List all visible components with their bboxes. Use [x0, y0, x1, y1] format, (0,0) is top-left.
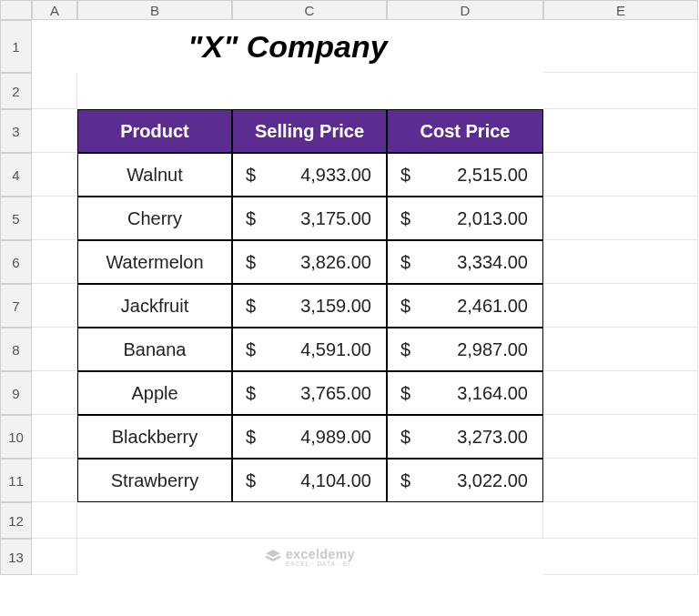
- row-head-6[interactable]: 6: [0, 240, 32, 284]
- row-head-9[interactable]: 9: [0, 371, 32, 415]
- header-selling[interactable]: Selling Price: [232, 109, 387, 153]
- cell-e5[interactable]: [543, 197, 698, 240]
- cell-e4[interactable]: [543, 153, 698, 197]
- cell-a11[interactable]: [32, 459, 77, 502]
- row-head-1[interactable]: 1: [0, 20, 32, 73]
- currency-symbol: $: [400, 296, 410, 317]
- cell-selling-1[interactable]: $3,175.00: [232, 197, 387, 240]
- cell-e9[interactable]: [543, 371, 698, 415]
- value: 2,461.00: [457, 296, 528, 317]
- cell-e3[interactable]: [543, 109, 698, 153]
- cell-a2[interactable]: [32, 73, 77, 109]
- cell-e11[interactable]: [543, 459, 698, 502]
- currency-symbol: $: [246, 296, 256, 317]
- cell-e13[interactable]: [543, 539, 698, 575]
- cell-a8[interactable]: [32, 328, 77, 371]
- currency-symbol: $: [246, 339, 256, 360]
- value: 3,826.00: [300, 252, 371, 273]
- cell-cost-4[interactable]: $2,987.00: [387, 328, 543, 371]
- currency-symbol: $: [246, 208, 256, 229]
- cell-cost-0[interactable]: $2,515.00: [387, 153, 543, 197]
- cell-a9[interactable]: [32, 371, 77, 415]
- watermark-name: exceldemy: [286, 547, 355, 561]
- page-title: "X" Company: [32, 20, 543, 73]
- currency-symbol: $: [400, 208, 410, 229]
- cell-b2[interactable]: [77, 73, 543, 109]
- cell-product-3[interactable]: Jackfruit: [77, 284, 232, 328]
- cell-cost-3[interactable]: $2,461.00: [387, 284, 543, 328]
- header-cost[interactable]: Cost Price: [387, 109, 543, 153]
- currency-symbol: $: [400, 383, 410, 404]
- cell-e6[interactable]: [543, 240, 698, 284]
- value: 4,104.00: [300, 470, 371, 491]
- cell-e8[interactable]: [543, 328, 698, 371]
- cell-e12[interactable]: [543, 502, 698, 539]
- cell-cost-7[interactable]: $3,022.00: [387, 459, 543, 502]
- row-head-4[interactable]: 4: [0, 153, 32, 197]
- cell-a7[interactable]: [32, 284, 77, 328]
- cell-a5[interactable]: [32, 197, 77, 240]
- value: 3,164.00: [457, 383, 528, 404]
- currency-symbol: $: [246, 165, 256, 186]
- cell-a12[interactable]: [32, 502, 77, 539]
- currency-symbol: $: [246, 383, 256, 404]
- col-head-d[interactable]: D: [387, 0, 543, 20]
- row-head-3[interactable]: 3: [0, 109, 32, 153]
- cell-e1[interactable]: [543, 20, 698, 73]
- cell-selling-4[interactable]: $4,591.00: [232, 328, 387, 371]
- cell-product-2[interactable]: Watermelon: [77, 240, 232, 284]
- cell-e10[interactable]: [543, 415, 698, 459]
- value: 4,933.00: [300, 165, 371, 186]
- cell-selling-6[interactable]: $4,989.00: [232, 415, 387, 459]
- cell-a13[interactable]: [32, 539, 77, 575]
- row-head-8[interactable]: 8: [0, 328, 32, 371]
- cell-selling-2[interactable]: $3,826.00: [232, 240, 387, 284]
- cell-selling-3[interactable]: $3,159.00: [232, 284, 387, 328]
- value: 3,022.00: [457, 470, 528, 491]
- col-head-c[interactable]: C: [232, 0, 387, 20]
- currency-symbol: $: [246, 427, 256, 448]
- cell-product-0[interactable]: Walnut: [77, 153, 232, 197]
- cell-e2[interactable]: [543, 73, 698, 109]
- currency-symbol: $: [400, 165, 410, 186]
- cell-cost-6[interactable]: $3,273.00: [387, 415, 543, 459]
- cell-a4[interactable]: [32, 153, 77, 197]
- cell-cost-2[interactable]: $3,334.00: [387, 240, 543, 284]
- value: 3,273.00: [457, 427, 528, 448]
- cube-icon: [266, 550, 280, 565]
- cell-product-5[interactable]: Apple: [77, 371, 232, 415]
- cell-product-6[interactable]: Blackberry: [77, 415, 232, 459]
- currency-symbol: $: [246, 252, 256, 273]
- row-head-11[interactable]: 11: [0, 459, 32, 502]
- cell-selling-0[interactable]: $4,933.00: [232, 153, 387, 197]
- cell-selling-7[interactable]: $4,104.00: [232, 459, 387, 502]
- cell-a10[interactable]: [32, 415, 77, 459]
- cell-product-7[interactable]: Strawberry: [77, 459, 232, 502]
- value: 3,159.00: [300, 296, 371, 317]
- row-head-10[interactable]: 10: [0, 415, 32, 459]
- row-head-7[interactable]: 7: [0, 284, 32, 328]
- row-head-13[interactable]: 13: [0, 539, 32, 575]
- col-head-a[interactable]: A: [32, 0, 77, 20]
- currency-symbol: $: [246, 470, 256, 491]
- header-product[interactable]: Product: [77, 109, 232, 153]
- cell-selling-5[interactable]: $3,765.00: [232, 371, 387, 415]
- row-head-5[interactable]: 5: [0, 197, 32, 240]
- cell-a6[interactable]: [32, 240, 77, 284]
- row-head-2[interactable]: 2: [0, 73, 32, 109]
- select-all-corner[interactable]: [0, 0, 32, 20]
- row-head-12[interactable]: 12: [0, 502, 32, 539]
- cell-a3[interactable]: [32, 109, 77, 153]
- cell-product-4[interactable]: Banana: [77, 328, 232, 371]
- value: 3,765.00: [300, 383, 371, 404]
- col-head-b[interactable]: B: [77, 0, 232, 20]
- value: 3,175.00: [300, 208, 371, 229]
- cell-cost-1[interactable]: $2,013.00: [387, 197, 543, 240]
- cell-e7[interactable]: [543, 284, 698, 328]
- cell-cost-5[interactable]: $3,164.00: [387, 371, 543, 415]
- col-head-e[interactable]: E: [543, 0, 698, 20]
- cell-b12[interactable]: [77, 502, 543, 539]
- currency-symbol: $: [400, 339, 410, 360]
- cell-product-1[interactable]: Cherry: [77, 197, 232, 240]
- currency-symbol: $: [400, 427, 410, 448]
